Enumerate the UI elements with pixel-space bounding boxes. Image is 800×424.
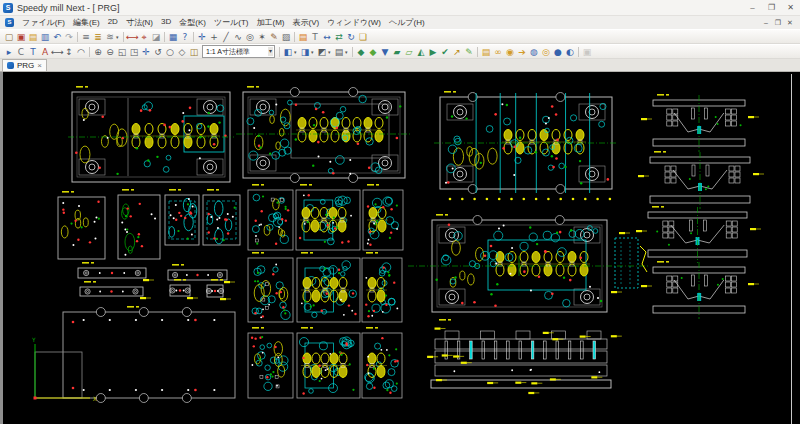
dimension-style-combo[interactable]: 1:1 A寸法標準▾ <box>202 45 275 58</box>
text-note-icon[interactable]: T <box>309 31 321 43</box>
tool-db-3-icon[interactable]: ● <box>552 46 564 58</box>
rail-strip-2[interactable] <box>80 281 151 299</box>
nc-link-icon[interactable]: ∞ <box>492 46 504 58</box>
menu-item-4[interactable]: 寸法(N) <box>122 17 157 28</box>
tab-close-icon[interactable]: × <box>37 61 42 70</box>
tab-prg[interactable]: PRG × <box>2 59 47 71</box>
cam-toolpath-drill-icon[interactable]: ▼ <box>379 46 391 58</box>
detail-plate-r1c1[interactable] <box>248 184 293 250</box>
hatch-icon[interactable]: ▨ <box>280 31 292 43</box>
detail-plate-r3c2[interactable] <box>297 327 360 398</box>
die-section-view-3[interactable] <box>636 206 761 263</box>
detail-plate-r1c3[interactable] <box>363 184 403 250</box>
section-display-group[interactable]: ◩▾ <box>316 46 333 58</box>
shape-ellipse-icon[interactable]: ○ <box>164 46 176 58</box>
cam-simulate-icon[interactable]: ▶ <box>427 46 439 58</box>
annotate-label-icon[interactable]: A <box>39 46 51 58</box>
open-folder-icon[interactable]: ▤ <box>27 31 39 43</box>
ucs-axis-marker[interactable]: YX <box>32 336 97 402</box>
cad-drawing-canvas[interactable]: YX <box>0 72 800 424</box>
layer-list-icon[interactable]: ≡ <box>80 31 92 43</box>
save-file-icon[interactable]: ▥ <box>39 31 51 43</box>
cam-post-icon[interactable]: ↗ <box>451 46 463 58</box>
cam-verify-icon[interactable]: ✔ <box>439 46 451 58</box>
cad-drawing-surface[interactable]: YX <box>0 72 800 424</box>
help-context-disabled-icon[interactable]: ▣ <box>581 46 593 58</box>
spacer-block-1[interactable] <box>170 279 198 299</box>
cam-toolpath-contour-icon[interactable]: ◆ <box>355 46 367 58</box>
rotate-icon[interactable]: ↻ <box>345 31 357 43</box>
zoom-window-icon[interactable]: ◱ <box>116 46 128 58</box>
nc-output-icon[interactable]: ▤ <box>480 46 492 58</box>
upper-die-plan-view[interactable] <box>68 86 234 182</box>
insert-plate-4[interactable] <box>203 189 240 245</box>
grid-toggle-icon[interactable]: ▦ <box>167 31 179 43</box>
combo-dropdown-arrow-icon[interactable]: ▾ <box>268 47 273 56</box>
dimension-icon[interactable]: ↔ <box>321 31 333 43</box>
pilot-hole-row[interactable] <box>449 198 612 201</box>
text-tool-icon[interactable]: T <box>27 46 39 58</box>
shape-polygon-icon[interactable]: ◇ <box>176 46 188 58</box>
menu-item-11[interactable]: ヘルプ(H) <box>385 17 429 28</box>
measure-distance-icon[interactable]: ⟷ <box>126 31 138 43</box>
draw-circle-icon[interactable]: ◎ <box>244 31 256 43</box>
pan-view-icon[interactable]: ✛ <box>140 46 152 58</box>
undo-icon[interactable]: ↶ <box>51 31 63 43</box>
mdi-minimize-button[interactable]: – <box>760 18 772 28</box>
display-style-group[interactable]: ◨▾ <box>299 46 316 58</box>
layer-filter-icon[interactable]: ≋ <box>104 31 116 43</box>
maximize-button[interactable]: ❐ <box>762 1 781 15</box>
die-plate-plan-view[interactable] <box>434 91 618 194</box>
section-display-icon[interactable]: ◩ <box>316 46 328 58</box>
dim-vertical-icon[interactable]: ↕ <box>63 46 75 58</box>
view-orientation-group[interactable]: ◧▾ <box>282 46 299 58</box>
cam-toolpath-face-icon[interactable]: ▰ <box>391 46 403 58</box>
layer-settings-icon[interactable]: ≣ <box>92 31 104 43</box>
view-orientation-icon[interactable]: ◧ <box>282 46 294 58</box>
select-inquiry-icon[interactable]: ? <box>179 31 191 43</box>
menu-item-2[interactable]: 編集(E) <box>69 17 104 28</box>
menu-item-9[interactable]: 表示(V) <box>288 17 323 28</box>
annotation-icon[interactable]: ▤ <box>297 31 309 43</box>
menu-item-5[interactable]: 3D <box>157 17 175 28</box>
menu-item-6[interactable]: 金型(K) <box>175 17 210 28</box>
mdi-restore-button[interactable]: ❐ <box>772 18 784 28</box>
tool-db-4-icon[interactable]: ◐ <box>564 46 576 58</box>
print-plot-icon[interactable]: ▤ <box>333 46 345 58</box>
cam-finish-icon[interactable]: ◭ <box>415 46 427 58</box>
zoom-in-icon[interactable]: ⊕ <box>92 46 104 58</box>
die-section-view-4[interactable] <box>641 261 759 319</box>
eraser-icon[interactable]: ◪ <box>150 31 162 43</box>
detail-plate-r2c2[interactable] <box>297 252 360 322</box>
dropdown-arrow-icon[interactable]: ▾ <box>345 46 350 58</box>
draw-sketch-icon[interactable]: ✎ <box>268 31 280 43</box>
tool-db-1-icon[interactable]: ◍ <box>528 46 540 58</box>
dim-radial-icon[interactable]: ◠ <box>75 46 87 58</box>
die-assembly-plan-view[interactable] <box>408 214 648 312</box>
die-assembly-section-elevation[interactable] <box>427 319 622 394</box>
mdi-close-button[interactable]: ✕ <box>784 18 796 28</box>
pan-move-icon[interactable]: ✛ <box>196 31 208 43</box>
lifter-strip-detail[interactable] <box>611 232 647 293</box>
menu-item-1[interactable]: ファイル(F) <box>18 17 69 28</box>
zoom-out-icon[interactable]: ⊖ <box>104 46 116 58</box>
select-mode-icon[interactable]: ▸ <box>3 46 15 58</box>
layer-filter-group[interactable]: ≋▾ <box>104 31 121 43</box>
die-section-view-2[interactable] <box>638 151 764 209</box>
display-style-icon[interactable]: ◨ <box>299 46 311 58</box>
draw-spline-icon[interactable]: ✶ <box>256 31 268 43</box>
view-previous-icon[interactable]: ↺ <box>152 46 164 58</box>
menu-item-10[interactable]: ウィンドウ(W) <box>323 17 385 28</box>
new-file-icon[interactable]: ▢ <box>3 31 15 43</box>
minimize-button[interactable]: – <box>743 1 762 15</box>
detail-plate-r2c3[interactable] <box>362 252 402 322</box>
dim-linear-icon[interactable]: ⟷ <box>51 46 63 58</box>
menu-item-3[interactable]: 2D <box>104 17 122 28</box>
close-button[interactable]: ✕ <box>781 1 800 15</box>
redo-icon[interactable]: ↷ <box>63 31 75 43</box>
measure-point-icon[interactable]: ⌖ <box>138 31 150 43</box>
mirror-icon[interactable]: ⇄ <box>333 31 345 43</box>
detail-plate-r3c3[interactable] <box>362 327 402 398</box>
draw-polyline-icon[interactable]: ∿ <box>232 31 244 43</box>
detail-plate-r1c2[interactable] <box>296 184 360 250</box>
